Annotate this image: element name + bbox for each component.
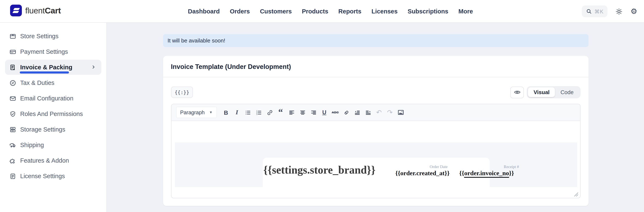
italic-button[interactable]: I [232,107,242,118]
bullet-list-button[interactable] [242,107,253,118]
invoice-template-card: Invoice Template (Under Development) {{:… [163,56,588,206]
editor-toolbar: Paragraph ▼ B I 123 [171,104,580,121]
bullet-list-icon [244,109,251,116]
theme-toggle-button[interactable] [616,8,622,15]
tab-visual[interactable]: Visual [528,88,555,97]
sidebar-item-store-settings[interactable]: Store Settings [5,28,101,44]
sidebar-item-shipping[interactable]: Shipping [5,138,101,152]
outdent-button[interactable] [352,107,362,118]
visual-code-toggle: Visual Code [527,86,580,98]
brand-name: fluentCart [25,6,61,15]
sidebar-item-label: Storage Settings [20,126,65,133]
fluentcart-logo-icon [10,4,22,16]
indent-icon [365,109,372,116]
blockquote-button[interactable]: “ [275,107,286,118]
sidebar-item-invoice-packing[interactable]: Invoice & Packing [5,60,101,75]
credit-card-icon [9,48,16,55]
info-banner-text: It will be available soon! [168,38,225,44]
align-center-icon [299,109,306,116]
mail-icon [9,95,16,102]
nav-item-orders[interactable]: Orders [230,8,250,15]
search-icon [586,8,592,15]
puzzle-icon [9,157,16,164]
align-right-button[interactable] [308,107,319,118]
sidebar-item-features-addon[interactable]: Features & Addon [5,153,101,168]
align-center-button[interactable] [297,107,308,118]
paragraph-style-dropdown[interactable]: Paragraph ▼ [176,107,217,118]
nav-item-more[interactable]: More [458,8,473,15]
page-title: Invoice Template (Under Development) [171,63,580,70]
editor-canvas[interactable]: {{settings.store_brand}} Order Date {{or… [171,121,580,198]
app-root: fluentCart Dashboard Orders Customers Pr… [0,0,644,212]
numbered-list-button[interactable]: 123 [253,107,264,118]
strikethrough-button[interactable]: ABC [330,107,341,118]
align-right-icon [310,109,317,116]
brand-logo[interactable]: fluentCart [10,4,61,16]
svg-text:3: 3 [256,113,257,115]
nav-item-dashboard[interactable]: Dashboard [188,8,220,15]
redo-button[interactable]: ↷ [384,107,395,118]
main-content: It will be available soon! Invoice Templ… [107,23,644,212]
chevron-right-icon [90,64,97,70]
underline-button[interactable]: U [319,107,330,118]
paragraph-style-value: Paragraph [180,110,205,115]
indent-button[interactable] [362,107,374,118]
receipt-number-label: Receipt # [486,165,536,169]
top-nav: Dashboard Orders Customers Products Repo… [188,0,473,23]
shortcode-picker-button[interactable]: {{:}} [171,86,193,98]
order-date-label: Order Date [414,165,464,169]
sidebar-item-tax-duties[interactable]: Tax & Duties [5,75,101,90]
nav-item-licenses[interactable]: Licenses [372,8,398,15]
sun-icon [616,8,622,15]
chevron-down-icon: ▼ [209,110,212,114]
note-icon [9,172,16,180]
insert-image-button[interactable] [395,107,406,118]
sidebar-item-storage-settings[interactable]: Storage Settings [5,122,101,137]
nav-item-reports[interactable]: Reports [338,8,362,15]
tab-code[interactable]: Code [555,88,579,97]
align-left-button[interactable] [286,107,297,118]
card-body: {{:}} Visual Code [163,77,588,206]
redo-icon: ↷ [387,109,393,116]
resize-handle[interactable] [574,192,578,197]
sidebar-item-label: Invoice & Packing [20,64,72,70]
invoice-number-suffix: }} [509,170,514,176]
nav-item-products[interactable]: Products [302,8,328,15]
sidebar-item-label: Email Configuration [20,95,73,102]
settings-button[interactable]: ⚙ [630,8,637,15]
link-button[interactable] [264,107,275,118]
settings-sidebar: Store Settings Payment Settings Invoice … [0,23,107,212]
percent-circle-icon [9,79,16,86]
brand-name-regular: fluent [25,6,45,15]
truck-icon [9,142,16,148]
nav-item-customers[interactable]: Customers [260,8,292,15]
eye-icon [514,89,521,96]
outdent-icon [354,109,360,116]
active-item-underline [20,72,69,74]
undo-icon: ↶ [376,109,382,116]
clear-formatting-button[interactable] [341,107,352,118]
info-banner: It will be available soon! [163,34,588,47]
sidebar-item-license-settings[interactable]: License Settings [5,168,101,184]
search-button[interactable]: ⌘K [582,6,608,17]
sidebar-item-label: Roles And Permissions [20,110,83,117]
italic-icon: I [236,109,238,116]
order-date-placeholder: {{order.created_at}} [386,170,450,177]
strikethrough-icon: ABC [332,110,339,114]
eraser-icon [343,109,350,116]
sidebar-item-roles-permissions[interactable]: Roles And Permissions [5,106,101,122]
preview-button[interactable] [510,86,524,98]
sidebar-item-label: Payment Settings [20,48,68,55]
editor-top-row: {{:}} Visual Code [171,86,580,99]
sidebar-item-label: License Settings [20,173,65,180]
invoice-number-placeholder: {{order.invoice_no}} [459,170,514,177]
sidebar-item-label: Store Settings [20,33,58,40]
sidebar-item-email-configuration[interactable]: Email Configuration [5,91,101,106]
nav-item-subscriptions[interactable]: Subscriptions [408,8,448,15]
undo-button[interactable]: ↶ [374,107,384,118]
sidebar-item-payment-settings[interactable]: Payment Settings [5,44,101,59]
store-icon [9,32,16,40]
bold-button[interactable]: B [220,107,232,118]
server-icon [9,126,16,133]
top-bar: fluentCart Dashboard Orders Customers Pr… [0,0,644,23]
